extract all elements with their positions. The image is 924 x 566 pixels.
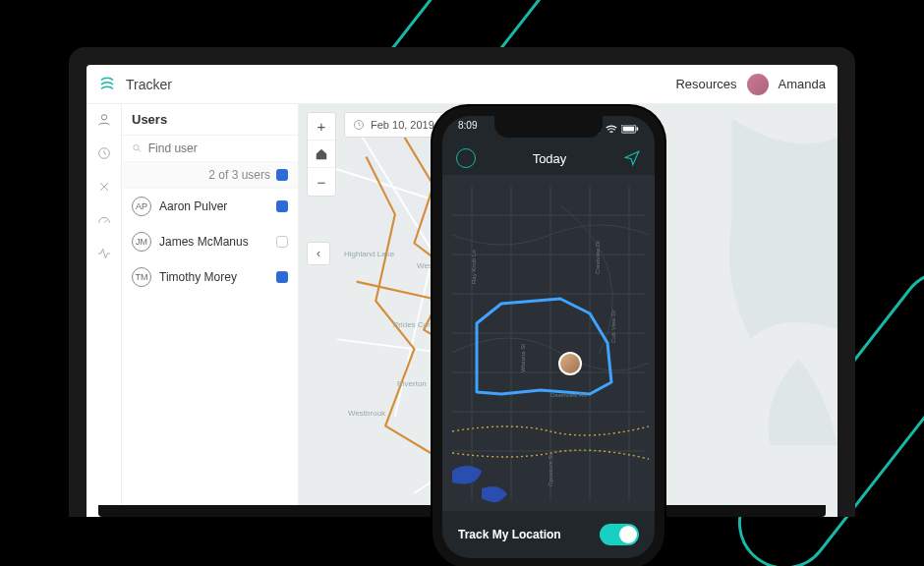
profile-button[interactable] [456, 148, 476, 168]
battery-icon [621, 125, 639, 134]
user-avatar[interactable] [747, 74, 769, 95]
street-label: Crestview Dr [595, 241, 601, 274]
collapse-panel-button[interactable]: ‹ [307, 242, 330, 265]
user-row[interactable]: TM Timothy Morey [122, 259, 298, 295]
user-initials: TM [132, 267, 151, 287]
user-count-row: 2 of 3 users [122, 162, 298, 189]
phone-notch [494, 116, 603, 138]
phone-header: Today [442, 142, 655, 175]
phone-footer: Track My Location [442, 511, 655, 558]
activity-icon[interactable] [96, 246, 112, 261]
phone-frame: 8:09 ➤ Today [433, 106, 664, 566]
track-location-toggle[interactable] [600, 524, 639, 545]
zoom-out-button[interactable]: − [308, 168, 335, 196]
user-initials: JM [132, 232, 151, 252]
current-location-avatar [558, 352, 582, 375]
user-row[interactable]: JM James McManus [122, 224, 298, 259]
map-label: Highland Lake [344, 250, 394, 258]
app-title: Tracker [126, 77, 172, 92]
user-initials: AP [132, 197, 151, 216]
user-row[interactable]: AP Aaron Pulver [122, 189, 298, 224]
user-count: 2 of 3 users [208, 168, 270, 182]
user-name[interactable]: Amanda [779, 77, 826, 91]
gauge-icon[interactable] [96, 212, 112, 228]
status-time: 8:09 [458, 120, 477, 138]
street-label: Wistaria St [520, 344, 526, 372]
map-label: Riverton [397, 379, 427, 388]
user-name-label: Timothy Morey [159, 270, 268, 284]
map-controls: + − [307, 112, 336, 197]
street-label: Ray Knob Ln [471, 250, 477, 284]
settings-icon[interactable] [96, 179, 112, 195]
resources-link[interactable]: Resources [675, 77, 736, 91]
panel-title: Users [122, 104, 298, 136]
user-checkbox[interactable] [276, 271, 288, 283]
send-location-icon[interactable] [623, 149, 641, 167]
user-name-label: James McManus [159, 235, 268, 249]
search-icon [132, 142, 143, 154]
user-search[interactable] [122, 136, 298, 162]
wifi-icon [606, 125, 617, 134]
map-label: Westbrook [348, 409, 385, 418]
user-checkbox[interactable] [276, 200, 288, 212]
user-name-label: Aaron Pulver [159, 199, 268, 213]
topbar: Tracker Resources Amanda [87, 65, 837, 104]
track-location-label: Track My Location [458, 528, 561, 541]
svg-point-2 [134, 144, 139, 149]
street-label: Cub View Dr [610, 310, 616, 343]
search-input[interactable] [148, 142, 288, 155]
icon-rail [87, 104, 122, 517]
street-label: Opossum St [548, 454, 553, 486]
svg-rect-10 [623, 126, 634, 131]
svg-point-0 [101, 115, 106, 120]
phone-screen: 8:09 ➤ Today [442, 116, 655, 558]
phone-map[interactable]: Ray Knob Ln Crestview Dr Wistaria St Daw… [442, 175, 655, 511]
svg-rect-11 [637, 127, 639, 130]
home-button[interactable] [308, 141, 335, 168]
app-logo-icon [98, 76, 116, 93]
clock-icon[interactable] [96, 145, 112, 161]
phone-title: Today [533, 151, 567, 166]
home-icon [315, 147, 328, 161]
street-label: Dawnview Rd [550, 392, 587, 398]
zoom-in-button[interactable]: + [308, 113, 335, 141]
clock-icon [353, 119, 365, 131]
user-checkbox[interactable] [276, 236, 288, 248]
users-panel: Users 2 of 3 users AP Aaron Pulver JM Ja… [122, 104, 299, 517]
select-all-checkbox[interactable] [276, 169, 288, 181]
users-icon[interactable] [96, 112, 112, 128]
